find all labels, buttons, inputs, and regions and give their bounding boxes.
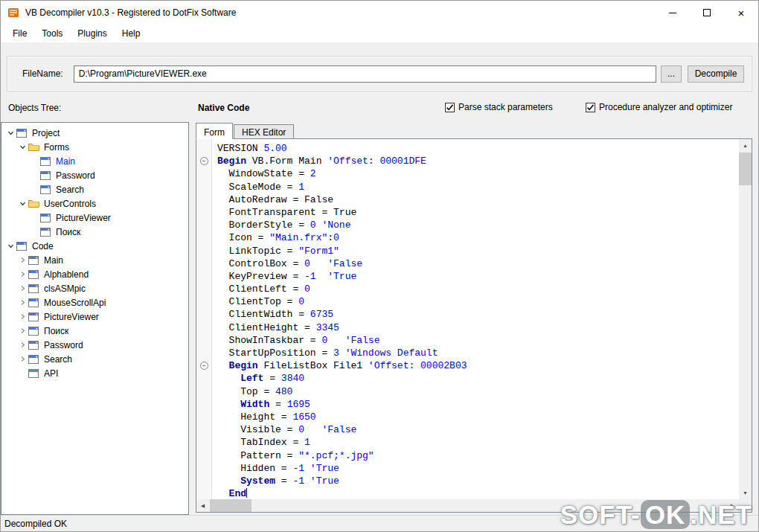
code-line: Top = 480	[217, 385, 739, 398]
chevron-right-icon[interactable]	[16, 327, 28, 334]
tree-item-password[interactable]: Password	[1, 338, 188, 352]
gutter-line	[196, 487, 211, 500]
tree-item-alphablend[interactable]: Alphablend	[1, 267, 188, 281]
menu-file[interactable]: File	[5, 25, 34, 42]
tree-item-search[interactable]: Search	[1, 352, 188, 366]
gutter-line	[196, 257, 211, 270]
close-icon: ×	[738, 7, 745, 19]
tree-item-pictureviewer[interactable]: PictureViewer	[1, 211, 188, 225]
code-line: ShowInTaskbar = 0 'False	[217, 334, 739, 347]
tree-item-поиск[interactable]: Поиск	[1, 324, 188, 338]
tree-item-clsasmpic[interactable]: clsASMpic	[1, 281, 188, 295]
gutter-line	[196, 321, 211, 334]
tree-item-main[interactable]: Main	[1, 253, 188, 267]
chevron-down-icon[interactable]	[4, 129, 16, 136]
gutter-line: −	[196, 155, 211, 167]
chevron-right-icon[interactable]	[16, 356, 28, 362]
tab-hex-editor[interactable]: HEX Editor	[234, 124, 294, 138]
scroll-up-icon[interactable]: ▲	[739, 139, 752, 152]
tree-item-label: PictureViewer	[54, 213, 111, 223]
tab-form[interactable]: Form	[196, 123, 233, 139]
tree-item-label: MouseScrollApi	[42, 298, 106, 308]
folder-icon	[28, 199, 42, 208]
filename-input[interactable]	[74, 65, 656, 83]
tree-item-password[interactable]: Password	[1, 168, 188, 182]
scroll-right-icon[interactable]: ▶	[726, 499, 739, 512]
gutter-line	[196, 245, 211, 257]
module-icon	[28, 313, 42, 321]
tree-item-pictureviewer[interactable]: PictureViewer	[1, 310, 188, 324]
maximize-button[interactable]	[690, 1, 724, 25]
tree-item-label: Поиск	[42, 326, 68, 336]
app-icon	[7, 7, 19, 19]
vertical-scrollbar[interactable]: ▲ ▼	[739, 139, 752, 499]
code-editor[interactable]: −− VERSION 5.00Begin VB.Form Main 'Offse…	[196, 138, 752, 513]
tree-item-label: Main	[42, 255, 63, 266]
chevron-right-icon[interactable]	[16, 285, 28, 292]
code-content[interactable]: VERSION 5.00Begin VB.Form Main 'Offset: …	[213, 139, 739, 499]
title-bar: VB Decompiler v10.3 - Registered to DotF…	[1, 1, 758, 25]
tree-item-mousescrollapi[interactable]: MouseScrollApi	[1, 295, 188, 310]
code-line: StartUpPosition = 3 'Windows Default	[217, 347, 739, 359]
window-title: VB Decompiler v10.3 - Registered to DotF…	[25, 7, 236, 18]
code-line: End	[217, 487, 739, 499]
gutter-line	[196, 334, 211, 347]
vertical-scroll-thumb[interactable]	[739, 153, 752, 185]
code-line: ClientHeight = 3345	[217, 321, 739, 334]
chevron-down-icon[interactable]	[16, 144, 28, 150]
tree-item-forms[interactable]: Forms	[1, 140, 188, 154]
scroll-left-icon[interactable]: ◀	[196, 499, 209, 512]
tree-item-api[interactable]: API	[1, 366, 188, 380]
gutter-line	[196, 219, 211, 231]
browse-button[interactable]: ...	[661, 65, 682, 83]
close-button[interactable]: ×	[724, 1, 758, 25]
gutter-line	[196, 462, 211, 475]
tree-item-project[interactable]: Project	[1, 126, 188, 140]
minimize-icon	[669, 13, 676, 13]
chevron-right-icon[interactable]	[16, 342, 28, 348]
parse-stack-parameters-checkbox[interactable]: Parse stack parameters	[445, 102, 553, 112]
code-line: Pattern = "*.pcf;*.jpg"	[217, 449, 739, 462]
code-line: Left = 3840	[217, 372, 739, 385]
filename-group: FileName: ... Decompile	[7, 56, 752, 92]
fold-collapse-icon[interactable]: −	[200, 362, 208, 370]
scroll-down-icon[interactable]: ▼	[739, 487, 752, 499]
form-icon	[40, 214, 54, 222]
code-line: ScaleMode = 1	[217, 181, 739, 193]
menu-tools[interactable]: Tools	[34, 25, 70, 42]
gutter-line	[196, 372, 211, 385]
chevron-right-icon[interactable]	[16, 257, 28, 263]
chevron-right-icon[interactable]	[16, 313, 28, 320]
minimize-button[interactable]	[656, 1, 690, 25]
module-icon	[28, 270, 42, 279]
tree-item-usercontrols[interactable]: UserControls	[1, 196, 188, 211]
objects-tree: ProjectFormsMainPasswordSearchUserContro…	[1, 122, 189, 515]
decompile-button[interactable]: Decompile	[688, 65, 744, 83]
code-line: Visible = 0 'False	[217, 423, 739, 436]
tree-item-label: clsASMpic	[42, 283, 86, 294]
form-icon	[40, 171, 54, 180]
tree-item-label: Search	[42, 354, 72, 365]
menu-help[interactable]: Help	[115, 25, 148, 42]
chevron-down-icon[interactable]	[16, 200, 28, 207]
tree-item-поиск[interactable]: Поиск	[1, 225, 188, 239]
main-area: ProjectFormsMainPasswordSearchUserContro…	[1, 122, 758, 515]
gutter-line	[196, 283, 211, 295]
code-line: Hidden = -1 'True	[217, 462, 739, 475]
horizontal-scrollbar[interactable]: ◀ ▶	[196, 499, 739, 512]
chevron-right-icon[interactable]	[16, 271, 28, 278]
tree-item-main[interactable]: Main	[1, 154, 188, 168]
code-line: LinkTopic = "Form1"	[217, 245, 739, 257]
chevron-down-icon[interactable]	[4, 243, 16, 249]
code-line: System = -1 'True	[217, 475, 739, 487]
tree-item-label: Project	[30, 128, 60, 138]
tree-item-code[interactable]: Code	[1, 239, 188, 253]
menu-plugins[interactable]: Plugins	[70, 25, 114, 42]
tree-item-search[interactable]: Search	[1, 182, 188, 196]
chevron-right-icon[interactable]	[16, 299, 28, 306]
procedure-analyzer-and-optimizer-checkbox[interactable]: Procedure analyzer and optimizer	[586, 102, 732, 112]
horizontal-scroll-thumb[interactable]	[210, 499, 252, 512]
code-line: Begin VB.Form Main 'Offset: 00001DFE	[217, 155, 739, 167]
fold-collapse-icon[interactable]: −	[200, 157, 208, 165]
gutter-line	[196, 308, 211, 321]
